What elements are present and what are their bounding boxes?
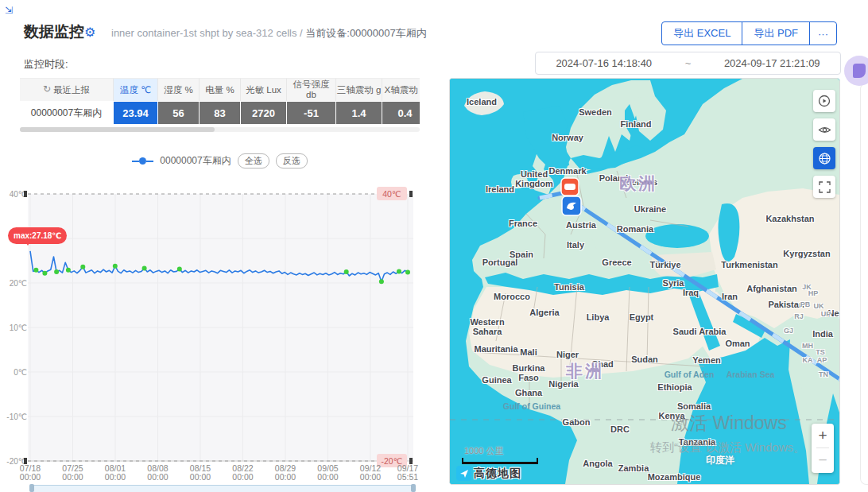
metric-cell-1[interactable]: 56 xyxy=(158,101,200,124)
chart-legend: 00000007车厢内 全选 反选 xyxy=(20,153,420,169)
breadcrumb-device: 当前设备:00000007车厢内 xyxy=(305,27,426,39)
assistant-widget[interactable] xyxy=(844,56,868,86)
svg-text:08/0800:00: 08/0800:00 xyxy=(147,463,168,482)
device-marker xyxy=(562,196,581,215)
end-date-value[interactable]: 2024-09-17 21:21:09 xyxy=(704,57,841,69)
metric-cell-6[interactable]: 0.4 xyxy=(382,101,420,124)
chart-svg[interactable]: 40℃30℃20℃10℃0℃-10℃-20℃40℃-20℃07/1800:000… xyxy=(6,183,420,492)
svg-text:0℃: 0℃ xyxy=(14,368,27,377)
svg-text:09/0500:00: 09/0500:00 xyxy=(317,463,338,482)
page-title: 数据监控 xyxy=(24,21,84,42)
windows-watermark-line2: 转到“设置”以激活 Windows。 xyxy=(650,440,805,455)
date-range-picker[interactable]: 2024-07-16 14:18:40 ~ 2024-09-17 21:21:0… xyxy=(535,52,841,75)
alert-point xyxy=(54,269,59,274)
metric-cell-2[interactable]: 83 xyxy=(200,101,241,124)
svg-text:08/0100:00: 08/0100:00 xyxy=(105,463,126,482)
svg-text:08/2200:00: 08/2200:00 xyxy=(232,463,253,482)
alert-point xyxy=(177,267,182,272)
max-value-annotation: max:27.18℃ xyxy=(8,227,67,244)
svg-text:10℃: 10℃ xyxy=(10,323,27,332)
zoom-in-button[interactable]: + xyxy=(818,424,827,447)
datazoom-slider[interactable] xyxy=(30,485,415,492)
metric-cell-5[interactable]: 1.4 xyxy=(336,101,382,124)
map-canvas[interactable]: IcelandSwedenNorwayFinlandDenmarkUnited … xyxy=(449,78,840,485)
more-actions-button[interactable]: ··· xyxy=(809,21,837,45)
legend-series-name[interactable]: 00000007车厢内 xyxy=(160,154,231,168)
legend-marker[interactable] xyxy=(132,157,153,165)
alert-point xyxy=(113,264,118,269)
map-scale-text: 1000 公里 xyxy=(464,445,504,457)
breadcrumb-separator: / xyxy=(300,27,303,39)
datazoom-left-handle[interactable] xyxy=(29,484,34,492)
column-header-0[interactable]: ↻最近上报 xyxy=(20,78,114,101)
alert-point xyxy=(80,265,85,269)
table-data-row: 00000007车厢内23.9456832720-511.40.40.6 xyxy=(20,101,420,124)
column-header-5[interactable]: 信号强度 db xyxy=(287,78,336,101)
invert-select-button[interactable]: 反选 xyxy=(276,153,308,169)
alert-point xyxy=(344,269,349,274)
svg-text:08/2900:00: 08/2900:00 xyxy=(275,463,296,482)
export-pdf-button[interactable]: 导出 PDF xyxy=(742,21,810,45)
column-header-3[interactable]: 电量 % xyxy=(200,78,241,101)
breadcrumb: inner container-1st shpt by sea-312 cell… xyxy=(111,26,427,41)
export-excel-button[interactable]: 导出 EXCEL xyxy=(661,21,742,45)
map-control-play-icon[interactable] xyxy=(813,90,835,112)
svg-text:20℃: 20℃ xyxy=(10,279,27,288)
column-header-4[interactable]: 光敏 Lux xyxy=(241,78,287,101)
column-header-2[interactable]: 湿度 % xyxy=(158,78,200,101)
right-collapsed-panel xyxy=(860,83,868,485)
amap-logo-text: 高德地图 xyxy=(474,467,521,481)
device-name-cell: 00000007车厢内 xyxy=(20,101,114,124)
start-date-value[interactable]: 2024-07-16 14:18:40 xyxy=(536,57,672,69)
metric-cell-4[interactable]: -51 xyxy=(287,101,336,124)
alert-point xyxy=(33,268,38,273)
svg-text:09/1200:00: 09/1200:00 xyxy=(360,463,381,482)
date-range-tilde: ~ xyxy=(672,57,704,69)
table-header-row: ↻最近上报温度 ℃湿度 %电量 %光敏 Lux信号强度 db三轴震动 gX轴震动… xyxy=(20,78,420,101)
metric-cell-0[interactable]: 23.94 xyxy=(114,101,158,124)
column-header-6[interactable]: 三轴震动 g xyxy=(336,78,382,101)
alert-point xyxy=(142,266,147,271)
svg-text:40℃: 40℃ xyxy=(382,189,401,199)
assistant-icon xyxy=(853,64,866,78)
table-horizontal-scrollbar[interactable] xyxy=(20,127,420,132)
map-scale-bar xyxy=(462,458,538,464)
alert-point xyxy=(405,270,410,275)
column-header-1[interactable]: 温度 ℃ xyxy=(114,78,158,101)
alert-point xyxy=(379,279,384,284)
refresh-icon: ↻ xyxy=(43,84,51,95)
export-button-group: 导出 EXCEL 导出 PDF ··· xyxy=(661,21,837,45)
amap-plane-icon xyxy=(456,466,471,481)
temperature-chart[interactable]: 40℃30℃20℃10℃0℃-10℃-20℃40℃-20℃07/1800:000… xyxy=(6,183,420,492)
map-zoom-control: + − xyxy=(812,424,834,473)
alert-point xyxy=(397,269,401,273)
map-control-eye-icon[interactable] xyxy=(813,118,835,141)
svg-text:08/1500:00: 08/1500:00 xyxy=(190,463,211,482)
select-all-button[interactable]: 全选 xyxy=(238,153,269,169)
svg-text:07/2500:00: 07/2500:00 xyxy=(62,463,83,482)
gear-icon[interactable]: ⚙ xyxy=(84,25,95,40)
column-header-7[interactable]: X轴震动 g xyxy=(382,78,420,101)
breadcrumb-project: inner container-1st shpt by sea-312 cell… xyxy=(111,27,296,39)
windows-watermark-line1: 激活 Windows xyxy=(671,411,787,436)
svg-text:09/1705:51: 09/1705:51 xyxy=(397,463,418,482)
vehicle-marker xyxy=(561,178,579,196)
datazoom-right-handle[interactable] xyxy=(411,484,416,492)
collapse-panel-icon[interactable]: ⇲ xyxy=(5,5,17,17)
alert-point xyxy=(42,271,47,276)
map-control-expand-icon[interactable] xyxy=(813,176,835,198)
amap-logo[interactable]: 高德地图 xyxy=(456,466,521,481)
metrics-table: ↻最近上报温度 ℃湿度 %电量 %光敏 Lux信号强度 db三轴震动 gX轴震动… xyxy=(20,78,420,124)
scrollbar-thumb[interactable] xyxy=(20,127,215,132)
map-control-globe-icon[interactable] xyxy=(813,147,835,169)
period-label: 监控时段: xyxy=(24,57,68,72)
alert-point xyxy=(66,268,71,273)
metric-cell-3[interactable]: 2720 xyxy=(241,101,287,124)
zoom-out-button[interactable]: − xyxy=(818,448,827,471)
svg-text:-10℃: -10℃ xyxy=(6,413,27,421)
svg-text:07/1800:00: 07/1800:00 xyxy=(20,463,41,482)
